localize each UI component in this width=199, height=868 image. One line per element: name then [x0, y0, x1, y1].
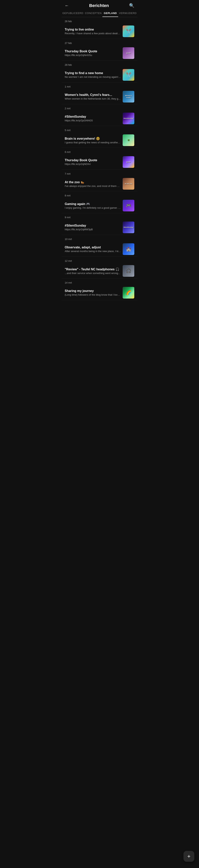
- post-subtitle-4: https://flic.kr/p/2pGNNG5: [65, 119, 121, 122]
- post-content-7: At the zoo 🐅I've always enjoyed the zoo,…: [65, 180, 123, 187]
- post-subtitle-2: No worries! I am not intending on moving…: [65, 75, 121, 79]
- post-item-2[interactable]: Trying to find a new homeNo worries! I a…: [62, 67, 137, 83]
- post-title-6: Thursday Book Quote: [65, 158, 121, 162]
- post-content-6: Thursday Book Quotehttps://flic.kr/p/2qN…: [65, 158, 123, 165]
- post-item-12[interactable]: Sharing my journey(Long time) followers …: [62, 285, 137, 300]
- post-title-10: Observate, adapt, adjust: [65, 246, 121, 249]
- post-item-7[interactable]: At the zoo 🐅I've always enjoyed the zoo,…: [62, 177, 137, 191]
- tab-concepten[interactable]: CONCEPTEN: [84, 10, 102, 17]
- date-label-5: 5 mrt: [62, 126, 137, 133]
- post-menu-button-5[interactable]: ⋮: [132, 134, 136, 138]
- post-item-8[interactable]: Gaming again 🎮I enjoy gaming. I'm defini…: [62, 198, 137, 213]
- date-label-12: 14 mrt: [62, 279, 137, 285]
- date-label-10: 10 mrt: [62, 235, 137, 242]
- post-title-12: Sharing my journey: [65, 289, 121, 293]
- post-menu-button-2[interactable]: ⋮: [132, 69, 136, 72]
- post-content-10: Observate, adapt, adjustAfter several mo…: [65, 246, 123, 253]
- post-subtitle-7: I've always enjoyed the zoo, and most of…: [65, 185, 121, 187]
- post-title-1: Thursday Book Quote: [65, 50, 121, 53]
- post-menu-button-1[interactable]: ⋮: [132, 47, 136, 51]
- date-label-3: 1 mrt: [62, 83, 137, 89]
- post-content-12: Sharing my journey(Long time) followers …: [65, 289, 123, 296]
- post-menu-button-12[interactable]: ⋮: [132, 287, 136, 290]
- post-title-7: At the zoo 🐅: [65, 180, 121, 184]
- post-title-2: Trying to find a new home: [65, 71, 121, 75]
- post-item-3[interactable]: Women's health, Cynni's fears...When wom…: [62, 89, 137, 104]
- post-item-10[interactable]: Observate, adapt, adjustAfter several mo…: [62, 242, 137, 257]
- post-item-5[interactable]: Brain is everywhere! 🤓I guess that getti…: [62, 133, 137, 148]
- post-title-4: #SilentSunday: [65, 115, 121, 119]
- date-label-2: 28 feb: [62, 61, 137, 67]
- post-menu-button-3[interactable]: ⋮: [132, 91, 136, 94]
- page-title: Berichten: [69, 3, 129, 8]
- back-button[interactable]: ←: [65, 3, 69, 8]
- date-label-11: 12 mrt: [62, 257, 137, 264]
- date-label-1: 27 feb: [62, 39, 137, 46]
- post-list: 26 febTrying to live onlineRecently, I h…: [62, 17, 137, 300]
- search-button[interactable]: 🔍: [129, 3, 134, 8]
- post-subtitle-6: https://flic.kr/p/2qNDXrr: [65, 163, 121, 165]
- post-subtitle-0: Recently, I have shared a few posts abou…: [65, 32, 121, 35]
- date-label-8: 8 mrt: [62, 191, 137, 198]
- tabs-bar: GEPUBLICEERDCONCEPTENGEPLANDVERWIJDERD: [62, 10, 137, 17]
- post-subtitle-5: I guess that getting the news of needing…: [65, 141, 121, 144]
- post-content-3: Women's health, Cynni's fears...When wom…: [65, 93, 123, 100]
- post-content-11: "Review" - Teufel NC headphones 🎧...and …: [65, 268, 123, 275]
- tab-gepubliceerd[interactable]: GEPUBLICEERD: [62, 10, 84, 17]
- post-subtitle-12: (Long time) followers of the blog know t…: [65, 293, 121, 296]
- tab-verwijderd[interactable]: VERWIJDERD: [118, 10, 137, 17]
- date-label-7: 7 mrt: [62, 169, 137, 177]
- post-content-5: Brain is everywhere! 🤓I guess that getti…: [65, 137, 123, 144]
- post-title-9: #SilentSunday: [65, 224, 121, 227]
- post-subtitle-11: ...and their service when something went…: [65, 272, 121, 275]
- date-label-4: 2 mrt: [62, 104, 137, 111]
- header: ← Berichten 🔍: [62, 0, 137, 10]
- post-content-2: Trying to find a new homeNo worries! I a…: [65, 71, 123, 79]
- post-item-1[interactable]: Thursday Book Quotehttps://flic.kr/p/2qN…: [62, 46, 137, 61]
- post-subtitle-8: I enjoy gaming. I'm definitely not a goo…: [65, 206, 121, 209]
- post-content-0: Trying to live onlineRecently, I have sh…: [65, 28, 123, 35]
- post-item-9[interactable]: #SilentSundayhttps://flic.kr/p/2qMW3pBSi…: [62, 220, 137, 235]
- post-title-11: "Review" - Teufel NC headphones 🎧: [65, 268, 121, 271]
- post-menu-button-0[interactable]: ⋮: [132, 26, 136, 29]
- post-subtitle-3: When women in the Netherlands turn 30, t…: [65, 97, 121, 100]
- post-menu-button-4[interactable]: ⋮: [132, 113, 136, 116]
- post-title-3: Women's health, Cynni's fears...: [65, 93, 121, 97]
- post-item-4[interactable]: #SilentSundayhttps://flic.kr/p/2pGNNG5Si…: [62, 111, 137, 126]
- post-content-8: Gaming again 🎮I enjoy gaming. I'm defini…: [65, 202, 123, 209]
- post-item-0[interactable]: Trying to live onlineRecently, I have sh…: [62, 24, 137, 39]
- post-subtitle-9: https://flic.kr/p/2qMW3pB: [65, 228, 121, 231]
- post-menu-button-10[interactable]: ⋮: [132, 243, 136, 247]
- post-title-0: Trying to live online: [65, 28, 121, 31]
- post-content-9: #SilentSundayhttps://flic.kr/p/2qMW3pB: [65, 224, 123, 231]
- post-subtitle-10: After several months being in the new pl…: [65, 250, 121, 253]
- post-menu-button-11[interactable]: ⋮: [132, 265, 136, 269]
- post-subtitle-1: https://flic.kr/p/2qNnGSu: [65, 54, 121, 57]
- post-menu-button-9[interactable]: ⋮: [132, 221, 136, 225]
- date-label-9: 9 mrt: [62, 213, 137, 220]
- date-label-0: 26 feb: [62, 17, 137, 24]
- post-menu-button-8[interactable]: ⋮: [132, 200, 136, 203]
- post-item-11[interactable]: "Review" - Teufel NC headphones 🎧...and …: [62, 264, 137, 279]
- date-label-6: 6 mrt: [62, 148, 137, 155]
- post-content-1: Thursday Book Quotehttps://flic.kr/p/2qN…: [65, 50, 123, 57]
- post-menu-button-7[interactable]: ⋮: [132, 178, 136, 182]
- post-item-6[interactable]: Thursday Book Quotehttps://flic.kr/p/2qN…: [62, 155, 137, 169]
- post-title-5: Brain is everywhere! 🤓: [65, 137, 121, 141]
- post-title-8: Gaming again 🎮: [65, 202, 121, 206]
- tab-gepland[interactable]: GEPLAND: [102, 10, 118, 17]
- post-menu-button-6[interactable]: ⋮: [132, 156, 136, 160]
- post-content-4: #SilentSundayhttps://flic.kr/p/2pGNNG5: [65, 115, 123, 122]
